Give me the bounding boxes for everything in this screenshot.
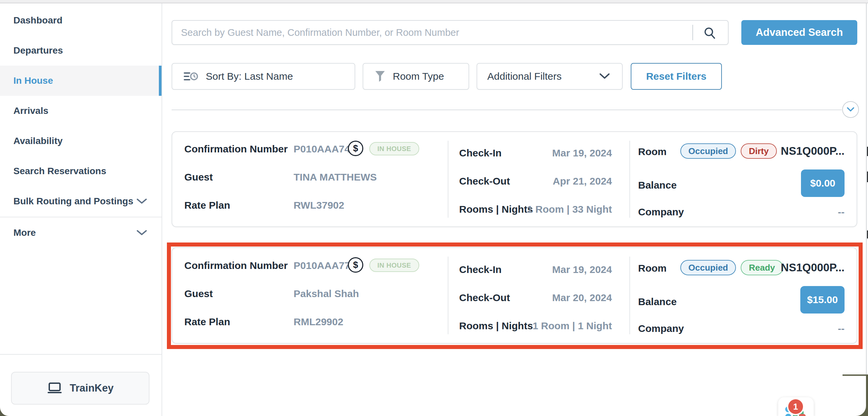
search-bar: [172, 20, 728, 45]
occupancy-badge: Occupied: [680, 260, 736, 275]
sidebar-item-label: Arrivals: [13, 105, 48, 116]
guest-value: TINA MATTHEWS: [293, 171, 377, 183]
room-number-value: NS1Q000P...: [781, 145, 844, 157]
reset-filters-button[interactable]: Reset Filters: [631, 63, 722, 90]
confirmation-number-value: P010AAA774: [293, 260, 355, 271]
room-type-label: Room Type: [393, 71, 444, 82]
check-in-value: Mar 19, 2024: [494, 148, 612, 159]
guest-label: Guest: [184, 171, 213, 183]
rooms-nights-value: 1 Room | 33 Night: [494, 204, 612, 215]
right-edge-border: [866, 3, 867, 416]
status-badge: IN HOUSE: [369, 142, 419, 155]
room-label: Room: [638, 146, 666, 157]
housekeeping-badge: Ready: [741, 260, 783, 275]
search-divider: [692, 25, 693, 40]
chevron-down-icon: [847, 107, 854, 112]
room-number-value: NS1Q000P...: [781, 261, 844, 274]
check-out-value: Mar 20, 2024: [494, 292, 612, 303]
rate-plan-value: RML29902: [293, 316, 343, 327]
sidebar-item-in-house[interactable]: In House: [0, 66, 161, 96]
sidebar-footer: TrainKey: [0, 354, 161, 416]
balance-button[interactable]: $0.00: [801, 169, 844, 197]
chevron-down-icon: [137, 196, 147, 207]
additional-filters-label: Additional Filters: [487, 71, 562, 82]
card-divider: [629, 141, 630, 218]
trainkey-button[interactable]: TrainKey: [11, 372, 150, 405]
rate-plan-label: Rate Plan: [184, 200, 230, 211]
sidebar-item-label: Search Reservations: [13, 166, 106, 177]
search-input[interactable]: [181, 22, 697, 43]
sidebar-item-search-reservations[interactable]: Search Reservations: [0, 156, 161, 186]
sidebar-item-dashboard[interactable]: Dashboard: [0, 5, 161, 35]
highlight-annotation: Confirmation Number P010AAA774 $ IN HOUS…: [167, 243, 863, 349]
window-top-strip: [0, 0, 868, 3]
card-divider: [448, 141, 448, 218]
sidebar-item-label: Dashboard: [13, 15, 62, 26]
room-type-filter-button[interactable]: Room Type: [363, 63, 469, 90]
confirmation-number-value: P010AAA741: [293, 143, 355, 155]
balance-label: Balance: [638, 296, 677, 308]
reservation-card[interactable]: Confirmation Number P010AAA741 $ IN HOUS…: [172, 131, 857, 227]
guest-label: Guest: [184, 288, 213, 299]
sidebar-item-availability[interactable]: Availability: [0, 126, 161, 156]
balance-label: Balance: [638, 180, 677, 191]
additional-filters-dropdown[interactable]: Additional Filters: [476, 63, 623, 90]
sidebar-item-label: More: [13, 227, 36, 238]
confirmation-number-label: Confirmation Number: [184, 260, 287, 271]
folio-dollar-icon[interactable]: $: [348, 141, 363, 156]
card-divider: [448, 257, 448, 334]
company-value: --: [838, 323, 844, 334]
sidebar-item-bulk-routing[interactable]: Bulk Routing and Postings: [0, 186, 161, 216]
sidebar-item-label: Bulk Routing and Postings: [13, 196, 133, 207]
check-out-value: Apr 21, 2024: [494, 175, 612, 187]
rate-plan-value: RWL37902: [293, 200, 344, 211]
chevron-down-icon: [137, 227, 147, 238]
sort-by-label: Sort By: Last Name: [206, 71, 293, 82]
company-label: Company: [638, 206, 684, 218]
section-divider: [172, 109, 842, 110]
sidebar-item-label: In House: [13, 75, 53, 86]
window-corner: [842, 376, 866, 416]
room-label: Room: [638, 263, 666, 274]
guest-value: Pakshal Shah: [293, 288, 359, 299]
laptop-icon: [47, 382, 62, 394]
status-badge: IN HOUSE: [369, 259, 419, 272]
sidebar-divider: [0, 217, 161, 217]
sort-icon: [184, 71, 198, 82]
company-label: Company: [638, 323, 684, 334]
sidebar: Dashboard Departures In House Arrivals A…: [0, 3, 162, 416]
sidebar-item-label: Departures: [13, 45, 63, 56]
notification-badge: 1: [788, 399, 803, 414]
card-divider: [629, 257, 630, 334]
confirmation-number-label: Confirmation Number: [184, 143, 287, 155]
sidebar-item-more[interactable]: More: [0, 218, 161, 248]
sort-by-button[interactable]: Sort By: Last Name: [172, 63, 355, 90]
occupancy-badge: Occupied: [680, 143, 736, 159]
chevron-down-icon: [599, 73, 610, 80]
funnel-icon: [375, 70, 385, 83]
rate-plan-label: Rate Plan: [184, 316, 230, 327]
housekeeping-badge: Dirty: [741, 143, 776, 159]
sidebar-item-label: Availability: [13, 136, 63, 147]
sidebar-item-departures[interactable]: Departures: [0, 35, 161, 66]
company-value: --: [838, 206, 844, 218]
collapse-toggle[interactable]: [842, 101, 859, 118]
folio-dollar-icon[interactable]: $: [348, 257, 363, 273]
check-in-value: Mar 19, 2024: [494, 264, 612, 275]
balance-button[interactable]: $15.00: [800, 286, 844, 314]
advanced-search-button[interactable]: Advanced Search: [741, 20, 857, 45]
search-icon[interactable]: [703, 27, 716, 41]
sidebar-item-arrivals[interactable]: Arrivals: [0, 96, 161, 126]
rooms-nights-value: 1 Room | 1 Night: [494, 320, 612, 331]
reservation-card[interactable]: Confirmation Number P010AAA774 $ IN HOUS…: [172, 247, 857, 344]
trainkey-label: TrainKey: [70, 382, 114, 394]
